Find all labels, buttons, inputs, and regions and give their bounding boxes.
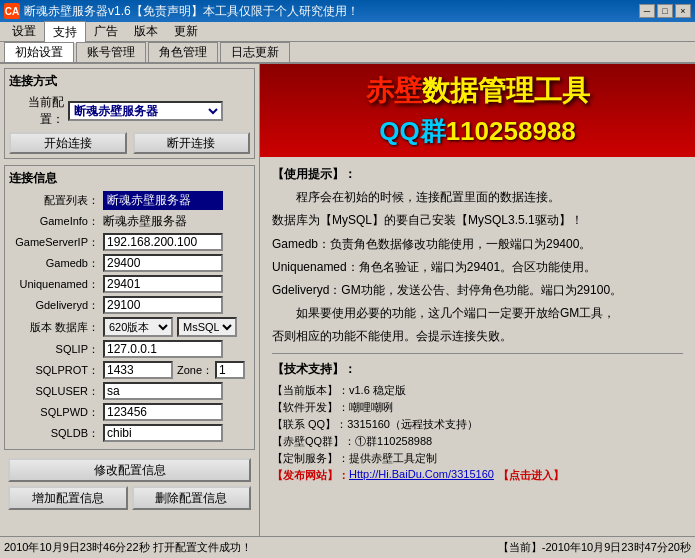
- qq-group-text: 【赤壁QQ群】：①群110258988: [272, 434, 432, 449]
- sqlpwd-label: SQLPWD：: [9, 405, 99, 420]
- gamedb-desc: Gamedb：负责角色数据修改功能使用，一般端口为29400。: [272, 235, 683, 254]
- menu-ads[interactable]: 广告: [86, 21, 126, 42]
- tab-initial-setup[interactable]: 初始设置: [4, 42, 74, 62]
- warning-text: 如果要使用必要的功能，这几个端口一定要开放给GM工具，: [272, 304, 683, 323]
- sqldb-row: SQLDB：: [9, 424, 250, 442]
- sqlport-label: SQLPROT：: [9, 363, 99, 378]
- website-link[interactable]: 【点击进入】: [498, 468, 564, 483]
- uniquenamed-row: Uniquenamed：: [9, 275, 250, 293]
- status-right: 【当前】-2010年10月9日23时47分20秒: [498, 540, 691, 555]
- title-bar-left: CA 断魂赤壁服务器v1.6【免责声明】本工具仅限于个人研究使用！: [4, 3, 359, 20]
- title-bar: CA 断魂赤壁服务器v1.6【免责声明】本工具仅限于个人研究使用！ ─ □ ×: [0, 0, 695, 22]
- gameinfo-row: GameInfo： 断魂赤壁服务器: [9, 213, 250, 230]
- status-left: 2010年10月9日23时46分22秒 打开配置文件成功！: [4, 540, 490, 555]
- sqlip-row: SQLIP：: [9, 340, 250, 358]
- menu-settings[interactable]: 设置: [4, 21, 44, 42]
- gameinfo-value: 断魂赤壁服务器: [103, 213, 187, 230]
- sqlpwd-row: SQLPWD：: [9, 403, 250, 421]
- modify-config-button[interactable]: 修改配置信息: [8, 458, 251, 482]
- status-bar: 2010年10月9日23时46分22秒 打开配置文件成功！ 【当前】-2010年…: [0, 536, 695, 558]
- connection-section: 连接方式 当前配置： 断魂赤壁服务器 开始连接 断开连接: [4, 68, 255, 159]
- close-button[interactable]: ×: [675, 4, 691, 18]
- qq-group-row: 【赤壁QQ群】：①群110258988: [272, 434, 683, 449]
- gameserver-input[interactable]: [103, 233, 223, 251]
- gdeliveryd-input[interactable]: [103, 296, 223, 314]
- mysql-text: 数据库为【MySQL】的要自己安装【MySQL3.5.1驱动】！: [272, 211, 683, 230]
- info-section: 连接信息 配置列表： 断魂赤壁服务器 GameInfo： 断魂赤壁服务器 Gam…: [4, 165, 255, 450]
- connect-buttons: 开始连接 断开连接: [9, 132, 250, 154]
- window-title: 断魂赤壁服务器v1.6【免责声明】本工具仅限于个人研究使用！: [24, 3, 359, 20]
- sqluser-label: SQLUSER：: [9, 384, 99, 399]
- gdeliveryd-row: Gdeliveryd：: [9, 296, 250, 314]
- tab-account-mgmt[interactable]: 账号管理: [76, 42, 146, 62]
- gameserver-row: GameServerIP：: [9, 233, 250, 251]
- sqlport-input[interactable]: [103, 361, 173, 379]
- website-url[interactable]: Http://Hi.BaiDu.Com/3315160: [349, 468, 494, 483]
- config-list-value: 断魂赤壁服务器: [103, 191, 223, 210]
- version-select[interactable]: 620版本: [103, 317, 173, 337]
- warning-text2: 否则相应的功能不能使用。会提示连接失败。: [272, 327, 683, 346]
- window-controls: ─ □ ×: [639, 4, 691, 18]
- dev-text: 【软件开发】：嘲哩嘲咧: [272, 400, 393, 415]
- app-icon: CA: [4, 3, 20, 19]
- sqlpwd-input[interactable]: [103, 403, 223, 421]
- qq-contact-text: 【联系 QQ】：3315160（远程技术支持）: [272, 417, 478, 432]
- custom-row: 【定制服务】：提供赤壁工具定制: [272, 451, 683, 466]
- qq-contact-row: 【联系 QQ】：3315160（远程技术支持）: [272, 417, 683, 432]
- db-select[interactable]: MsSQL库: [177, 317, 237, 337]
- usage-text: 程序会在初始的时候，连接配置里面的数据连接。: [272, 188, 683, 207]
- sqluser-input[interactable]: [103, 382, 223, 400]
- usage-title: 【使用提示】：: [272, 165, 683, 184]
- menu-version[interactable]: 版本: [126, 21, 166, 42]
- disconnect-button[interactable]: 断开连接: [133, 132, 251, 154]
- uniquenamed-input[interactable]: [103, 275, 223, 293]
- sqlip-label: SQLIP：: [9, 342, 99, 357]
- add-delete-buttons: 增加配置信息 删除配置信息: [8, 486, 251, 510]
- zone-label: Zone：: [177, 363, 213, 378]
- delete-config-button[interactable]: 删除配置信息: [132, 486, 252, 510]
- gdeliveryd-desc: Gdeliveryd：GM功能，发送公告、封停角色功能。端口为29100。: [272, 281, 683, 300]
- sqldb-input[interactable]: [103, 424, 223, 442]
- sqlip-input[interactable]: [103, 340, 223, 358]
- connection-title: 连接方式: [9, 73, 250, 90]
- zone-input[interactable]: [215, 361, 245, 379]
- content-area: 【使用提示】： 程序会在初始的时候，连接配置里面的数据连接。 数据库为【MySQ…: [260, 157, 695, 536]
- sqldb-label: SQLDB：: [9, 426, 99, 441]
- config-select[interactable]: 断魂赤壁服务器: [68, 101, 223, 121]
- banner-title-part2: 数据管理工具: [422, 75, 590, 106]
- banner-qq: QQ群110258988: [276, 114, 679, 149]
- config-list-row: 配置列表： 断魂赤壁服务器: [9, 191, 250, 210]
- banner-title-part1: 赤壁: [366, 75, 422, 106]
- add-config-button[interactable]: 增加配置信息: [8, 486, 128, 510]
- dev-row: 【软件开发】：嘲哩嘲咧: [272, 400, 683, 415]
- left-panel: 连接方式 当前配置： 断魂赤壁服务器 开始连接 断开连接 连接信息 配置列表： …: [0, 64, 260, 536]
- gameserver-label: GameServerIP：: [9, 235, 99, 250]
- gamedb-label: Gamedb：: [9, 256, 99, 271]
- qq-label: QQ群: [379, 116, 445, 146]
- website-row: 【发布网站】： Http://Hi.BaiDu.Com/3315160 【点击进…: [272, 468, 683, 483]
- bottom-section: 修改配置信息 增加配置信息 删除配置信息: [4, 454, 255, 514]
- tab-log-update[interactable]: 日志更新: [220, 42, 290, 62]
- divider: [272, 353, 683, 354]
- menu-support[interactable]: 支持: [44, 21, 86, 43]
- tech-title: 【技术支持】：: [272, 360, 683, 379]
- minimize-button[interactable]: ─: [639, 4, 655, 18]
- gamedb-row: Gamedb：: [9, 254, 250, 272]
- gdeliveryd-label: Gdeliveryd：: [9, 298, 99, 313]
- maximize-button[interactable]: □: [657, 4, 673, 18]
- config-row: 当前配置： 断魂赤壁服务器: [9, 94, 250, 128]
- tab-role-mgmt[interactable]: 角色管理: [148, 42, 218, 62]
- version-label: 版本 数据库：: [9, 320, 99, 335]
- uniquenamed-label: Uniquenamed：: [9, 277, 99, 292]
- version-row: 版本 数据库： 620版本 MsSQL库: [9, 317, 250, 337]
- sqluser-row: SQLUSER：: [9, 382, 250, 400]
- menu-bar: 设置 支持 广告 版本 更新: [0, 22, 695, 42]
- menu-update[interactable]: 更新: [166, 21, 206, 42]
- config-label: 当前配置：: [9, 94, 64, 128]
- connect-button[interactable]: 开始连接: [9, 132, 127, 154]
- info-title: 连接信息: [9, 170, 250, 187]
- gamedb-input[interactable]: [103, 254, 223, 272]
- custom-text: 【定制服务】：提供赤壁工具定制: [272, 451, 437, 466]
- main-content: 连接方式 当前配置： 断魂赤壁服务器 开始连接 断开连接 连接信息 配置列表： …: [0, 64, 695, 536]
- version-info-text: 【当前版本】：v1.6 稳定版: [272, 383, 406, 398]
